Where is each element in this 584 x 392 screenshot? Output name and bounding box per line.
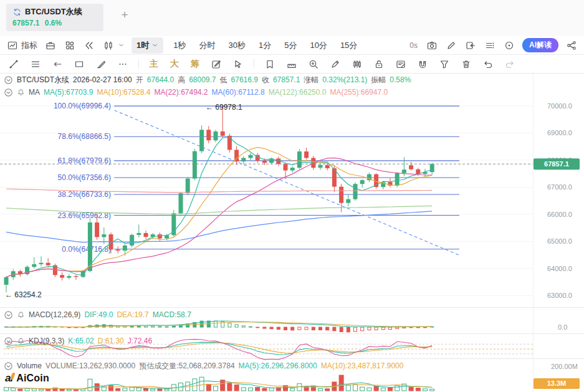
- ray-arrow-icon[interactable]: [51, 58, 64, 70]
- pointer-icon[interactable]: [232, 58, 244, 70]
- undo-icon[interactable]: [482, 58, 494, 70]
- candle-body: [416, 170, 420, 174]
- candle-body: [284, 164, 288, 170]
- candle-body: [199, 130, 204, 151]
- add-tab-button[interactable]: +: [117, 7, 132, 22]
- zoom-in-icon[interactable]: [307, 58, 320, 70]
- ruler-icon[interactable]: [285, 58, 298, 70]
- change-value: 0.32%(213.1): [322, 75, 367, 84]
- chips-toggle[interactable]: 筹: [189, 59, 201, 70]
- timeframe-5m[interactable]: 5分: [281, 40, 300, 51]
- tab-price: 67857.1: [12, 19, 39, 27]
- tab-bar: BTC/USDT永续 67857.1 0.6% +: [0, 0, 584, 37]
- large-chart-toggle[interactable]: 大: [169, 59, 180, 70]
- candle-body: [102, 234, 106, 237]
- candle-body: [144, 233, 148, 237]
- bell-icon[interactable]: [17, 311, 25, 319]
- timeframe-1s[interactable]: 1秒: [170, 40, 189, 51]
- macd-bar: [409, 327, 413, 328]
- bell-icon[interactable]: [17, 88, 25, 97]
- macd-bar: [403, 327, 406, 328]
- aim-icon[interactable]: [503, 39, 515, 52]
- collapse-icon[interactable]: [4, 75, 13, 85]
- price-tick: 63000.0: [547, 292, 572, 299]
- collapse-icon[interactable]: [4, 361, 13, 371]
- main-chart-toggle[interactable]: 主: [148, 59, 160, 70]
- high-value: 68009.7: [189, 75, 216, 84]
- trend-line-icon[interactable]: [7, 58, 20, 70]
- export-icon[interactable]: [464, 39, 477, 52]
- rewind-icon[interactable]: [83, 39, 95, 52]
- ma60-value: MA(60):67112.8: [212, 88, 265, 97]
- collapse-icon[interactable]: [4, 337, 13, 346]
- info-symbol: BTC/USDT永续: [17, 75, 69, 85]
- macd-bar: [145, 326, 148, 327]
- trash-icon[interactable]: [460, 58, 472, 70]
- price-axis: 70000.069000.068000.067000.066000.065000…: [547, 102, 572, 299]
- layout-grid-icon[interactable]: [64, 39, 76, 52]
- timeframe-1m[interactable]: 1分: [256, 40, 274, 51]
- candle-body: [206, 130, 211, 140]
- parallel-lines-icon[interactable]: [29, 58, 42, 70]
- pencil-icon[interactable]: [445, 39, 457, 52]
- share-icon[interactable]: [565, 39, 578, 52]
- volume-bar: [374, 386, 378, 391]
- camera-icon[interactable]: [426, 39, 438, 52]
- candle-body: [130, 235, 134, 246]
- magnet-icon[interactable]: [416, 58, 429, 70]
- timeframe-30s[interactable]: 30秒: [225, 40, 248, 51]
- candle-group-icon[interactable]: [351, 58, 363, 70]
- amplitude-value: 0.58%: [390, 75, 411, 84]
- volume-bar: [325, 389, 330, 391]
- volume-axis-max: 200.00M: [551, 363, 578, 370]
- candle-body: [395, 173, 400, 186]
- indicator-button[interactable]: 指标: [6, 39, 37, 52]
- timeframe-timeshare[interactable]: 分时: [196, 40, 218, 51]
- open-value: 67644.0: [147, 75, 174, 84]
- candle-style-icon: [102, 39, 115, 52]
- collapse-icon[interactable]: [4, 88, 13, 97]
- candle-body: [353, 184, 358, 199]
- ma10-value: MA(10):67528.4: [97, 88, 150, 97]
- timeframe-10m[interactable]: 10分: [307, 40, 330, 51]
- candle-body: [241, 158, 246, 161]
- macd-bar: [235, 325, 238, 327]
- brush-icon[interactable]: [95, 58, 107, 70]
- volume-bar: [109, 386, 113, 391]
- macd-bar: [368, 327, 371, 330]
- redo-icon[interactable]: [504, 58, 516, 70]
- briefcase-icon[interactable]: [44, 39, 57, 52]
- filter-funnel-icon[interactable]: [438, 58, 451, 70]
- aicoin-logo: ai AiCoin: [5, 372, 49, 385]
- trendline: [115, 110, 460, 256]
- timeframe-15m[interactable]: 15分: [337, 40, 360, 51]
- candle-style-dropdown[interactable]: [102, 39, 125, 52]
- tab-symbol: BTC/USDT永续: [25, 6, 82, 17]
- timeframe-selected-dropdown[interactable]: 1时: [132, 37, 163, 54]
- price-tick: 66000.0: [547, 211, 572, 218]
- compose-icon[interactable]: [210, 58, 223, 70]
- price-tick: 65000.0: [547, 237, 572, 245]
- macd-bar: [277, 327, 280, 329]
- bookmark-icon[interactable]: [264, 58, 276, 70]
- amplitude-label: 振幅: [371, 75, 386, 85]
- current-price-badge: 67857.1: [534, 158, 580, 170]
- collapse-icon[interactable]: [4, 310, 13, 320]
- rectangle-tool-icon[interactable]: [73, 58, 85, 70]
- tab-btcusdt-perp[interactable]: BTC/USDT永续 67857.1 0.6%: [6, 4, 103, 31]
- bell-icon[interactable]: [17, 337, 25, 345]
- low-label: 低: [220, 75, 227, 85]
- ai-interpret-button[interactable]: AI解读: [522, 38, 558, 52]
- volume-bar: [18, 389, 22, 391]
- candle-body: [67, 276, 71, 278]
- marker-pen-icon[interactable]: [329, 58, 342, 70]
- lock-icon[interactable]: [373, 58, 385, 70]
- list-settings-icon[interactable]: [484, 39, 496, 52]
- candle-body: [46, 263, 50, 265]
- chevron-down-icon: [117, 39, 125, 52]
- svg-text:13.3M: 13.3M: [547, 380, 567, 387]
- volume-bar: [158, 389, 162, 391]
- more-tools-icon[interactable]: [117, 58, 129, 70]
- note-edit-icon[interactable]: [395, 58, 407, 70]
- volume-bar: [256, 388, 260, 391]
